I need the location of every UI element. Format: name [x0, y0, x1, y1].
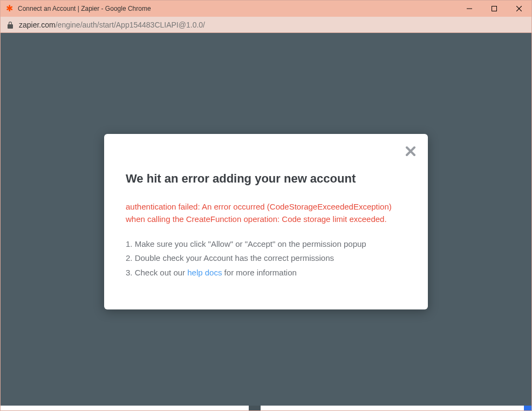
- svg-rect-1: [492, 6, 497, 11]
- modal-title: We hit an error adding your new account: [126, 172, 406, 186]
- page-content: We hit an error adding your new account …: [1, 33, 531, 410]
- step-2: 2. Double check your Account has the cor…: [126, 251, 406, 265]
- close-icon: [405, 146, 416, 157]
- zapier-favicon-icon: ✱: [5, 4, 13, 13]
- window-controls: [457, 1, 531, 17]
- maximize-button[interactable]: [482, 1, 507, 17]
- step-3-suffix: for more information: [222, 268, 296, 277]
- close-window-button[interactable]: [507, 1, 531, 17]
- address-bar[interactable]: zapier.com/engine/auth/start/App154483CL…: [1, 17, 531, 33]
- window-titlebar: ✱ Connect an Account | Zapier - Google C…: [1, 1, 531, 17]
- modal-steps: 1. Make sure you click "Allow" or "Accep…: [126, 237, 406, 280]
- minimize-button[interactable]: [457, 1, 482, 17]
- error-modal: We hit an error adding your new account …: [104, 134, 428, 309]
- help-docs-link[interactable]: help docs: [187, 268, 222, 277]
- url-path: /engine/auth/start/App154483CLIAPI@1.0.0…: [56, 21, 205, 29]
- minimize-icon: [467, 6, 472, 11]
- window-title: Connect an Account | Zapier - Google Chr…: [18, 5, 457, 12]
- chrome-window: ✱ Connect an Account | Zapier - Google C…: [0, 0, 532, 411]
- modal-error-message: authentication failed: An error occurred…: [126, 201, 406, 225]
- close-icon: [516, 6, 522, 11]
- step-3-prefix: 3. Check out our: [126, 268, 187, 277]
- modal-close-button[interactable]: [405, 145, 416, 159]
- lock-icon: [7, 21, 13, 29]
- bottom-strip: [1, 406, 531, 410]
- url-domain: zapier.com: [19, 21, 56, 29]
- step-3: 3. Check out our help docs for more info…: [126, 266, 406, 280]
- step-1: 1. Make sure you click "Allow" or "Accep…: [126, 237, 406, 251]
- maximize-icon: [492, 6, 497, 11]
